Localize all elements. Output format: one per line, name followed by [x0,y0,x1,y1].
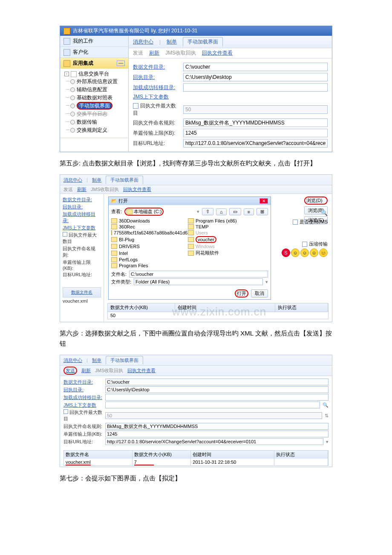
app-window-2: 消息中心 | 制单 手动加载界面 发送 刷新 JMS收取回执 回执文件查看 数据… [60,174,332,322]
url-input[interactable] [105,438,323,445]
file-name-label: 文件名: [111,271,127,278]
refresh-button[interactable]: 刷新 [77,186,86,193]
folder-item[interactable]: Intel [111,250,175,256]
browse-d-button[interactable]: 浏览(D) [304,197,328,205]
nav-customize[interactable]: 客户化 [60,47,128,58]
folder-item[interactable]: 360Rec [111,224,175,229]
url-input[interactable] [183,139,328,147]
folder-item[interactable]: Program Files (x86) [188,218,252,223]
jms-receipt-button[interactable]: JMS收取回执 [165,49,196,57]
success-dir-input[interactable] [105,394,329,401]
checkbox-icon[interactable] [63,232,67,237]
tree-item[interactable]: 交换平台日志 [70,110,127,118]
folder-item[interactable]: Program Files [111,263,175,268]
detail-view-icon[interactable]: ⊞ [257,208,268,215]
order-link[interactable]: 制单 [167,38,177,46]
send-button[interactable]: 发送 [133,49,143,57]
tree-item[interactable]: 基础数据对照表 [70,94,127,102]
stepper-icon[interactable]: ⇅ [325,413,329,419]
data-dir-input[interactable] [183,63,328,71]
jms-receipt-button[interactable]: JMS收取回执 [91,186,119,193]
limit-input[interactable] [105,431,329,437]
collapse-icon[interactable]: — [117,61,125,66]
checkbox-icon[interactable] [133,103,138,109]
tree-item[interactable]: 辅助信息配置 [70,86,127,94]
folder-item[interactable]: 77558fbcf1fa624867a86ba8c441d61d [111,230,175,235]
jms-receipt-button[interactable]: JMS收取回执 [95,367,123,374]
new-folder-icon[interactable]: ▭ [229,208,241,215]
nav-integration-label: 应用集成 [73,60,93,67]
cancel-button[interactable]: 取消 [251,289,268,298]
tree-item[interactable]: 外部系统信息设置 [70,78,127,86]
home-icon[interactable]: ⌂ [216,208,227,215]
success-dir-input[interactable] [183,83,328,92]
search-icon[interactable]: 🔍 [323,402,329,408]
tab-manual-load[interactable]: 手动加载界面 [183,37,223,46]
receipt-view-button[interactable]: 回执文件查看 [123,186,151,193]
folder-item[interactable]: 360Downloads [111,218,175,223]
file-name-input[interactable] [129,271,268,278]
receipt-dir-input[interactable] [105,386,329,393]
folder-item-voucher[interactable]: voucher [188,236,252,243]
tree-root[interactable]: - 信息交换平台 [64,70,127,78]
msg-center-link[interactable]: 消息中心 [63,177,82,183]
compress-checkbox[interactable]: 压缩传输 [302,241,328,247]
tree-item-label: 数据传输 [77,119,97,125]
chevron-down-icon[interactable]: ▾ [197,209,199,214]
order-link[interactable]: 制单 [92,357,101,364]
jms-ctx-input[interactable] [105,402,320,408]
nav-my-work[interactable]: 我的工作 [60,36,128,46]
jms-ctx-label[interactable]: JMS上下文参数 [133,93,180,101]
list-view-icon[interactable]: ≡ [244,208,254,215]
send-button[interactable]: 发送 [63,367,77,375]
folder-item[interactable]: Users [188,230,252,235]
tree-item-active[interactable]: 手动加载界面 [70,102,127,110]
upload-limit-input[interactable] [183,129,328,137]
naming-input[interactable] [105,423,329,430]
checkbox-icon[interactable] [63,409,68,414]
tree-item[interactable]: 交换规则定义 [70,126,127,134]
nav-integration[interactable]: 应用集成 — [60,58,128,69]
tree-item-label: 基础数据对照表 [77,95,112,101]
send-button[interactable]: 发送 [63,186,73,193]
file-type-input[interactable] [134,278,263,285]
search-icon[interactable]: 🔍 [320,209,328,216]
chevron-down-icon[interactable]: ▾ [326,439,329,445]
max-receipt-input[interactable] [183,105,328,114]
folder-item[interactable]: PerfLogs [111,257,175,262]
max-input[interactable] [105,412,322,419]
open-button[interactable]: 打开 [235,289,248,298]
close-icon[interactable]: ✕ [259,198,268,204]
folder-item[interactable]: 同花顺软件 [188,250,252,256]
folder-item[interactable]: Windows [188,244,252,249]
look-in-combo[interactable]: 本地磁盘 (C:) [124,208,164,216]
folder-item[interactable]: BI-Plug [111,236,175,243]
table-row[interactable]: voucher.xml 7 2011-10-31 22:18:50 [64,459,328,465]
chevron-down-icon[interactable]: ▾ [265,279,268,285]
up-icon[interactable]: ⇧ [202,208,213,215]
refresh-button[interactable]: 刷新 [81,367,91,374]
use-jms-checkbox[interactable]: 是否使用JMS [293,219,328,225]
refresh-button[interactable]: 刷新 [149,49,159,57]
data-dir-input[interactable] [105,379,329,385]
msg-center-link[interactable]: 消息中心 [63,357,82,364]
folder-item[interactable]: TEMP [188,224,252,229]
order-link[interactable]: 制单 [92,177,101,183]
th-name: 数据文件名 [64,451,133,459]
folder-icon [63,38,70,45]
receipt-dir-input[interactable] [183,73,328,81]
receipt-view-button[interactable]: 回执文件查看 [202,49,233,57]
tab-manual-load[interactable]: 手动加载界面 [106,356,143,364]
tree-item[interactable]: 数据传输 [70,118,127,126]
tree-root-label: 信息交换平台 [78,70,109,78]
tree-item-label: 交换规则定义 [77,127,107,133]
folder-item[interactable]: DRIVERS [111,244,175,249]
naming-input[interactable] [183,119,328,127]
msg-center-link[interactable]: 消息中心 [133,38,153,46]
jms-ctx-label[interactable]: JMS上下文参数 [63,402,103,408]
receipt-view-button[interactable]: 回执文件查看 [127,367,156,374]
expand-icon[interactable]: - [64,72,69,76]
tree-item-label: 交换平台日志 [77,111,107,117]
tab-row-3: 消息中心 | 制单 手动加载界面 [60,355,332,366]
tab-manual-load[interactable]: 手动加载界面 [106,176,143,184]
